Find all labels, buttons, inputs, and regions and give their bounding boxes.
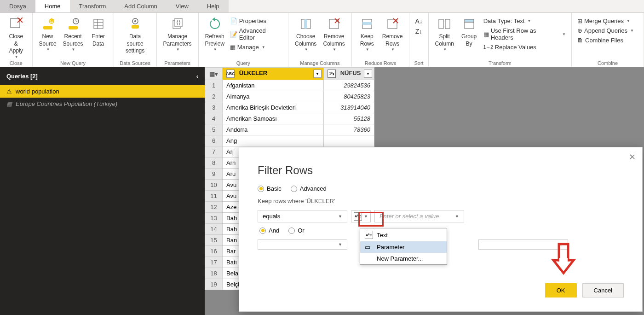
filter-ulkeler-button[interactable]: ▼ xyxy=(313,70,322,78)
recent-sources-icon xyxy=(66,17,80,31)
rownum-cell[interactable]: 6 xyxy=(205,135,223,146)
choose-columns-button[interactable]: Choose Columns▼ xyxy=(292,15,319,65)
combine-files-button[interactable]: 🗎Combine Files xyxy=(575,36,640,45)
column-ulkeler[interactable]: ABC ÜLKELER ▼ xyxy=(223,68,324,80)
new-source-button[interactable]: ✱New Source▼ xyxy=(36,15,59,65)
tab-addcolumn[interactable]: Add Column xyxy=(115,0,167,12)
table-row[interactable]: 6Ang xyxy=(205,135,374,146)
first-row-headers-button[interactable]: ▦Use First Row as Headers▼ xyxy=(482,26,568,42)
refresh-icon xyxy=(207,17,222,31)
cell-population[interactable]: 80425823 xyxy=(324,91,374,102)
advanced-editor-button[interactable]: 📝Advanced Editor xyxy=(228,26,284,42)
properties-button[interactable]: 📄Properties xyxy=(228,17,284,25)
manage-parameters-button[interactable]: ⟨⟩Manage Parameters▼ xyxy=(161,15,195,65)
filter-nufus-button[interactable]: ▼ xyxy=(364,70,372,78)
tab-dosya[interactable]: Dosya xyxy=(0,0,35,12)
split-column-button[interactable]: Split Column▼ xyxy=(432,15,457,65)
cell-population[interactable] xyxy=(324,135,374,146)
and-radio[interactable]: And xyxy=(259,227,279,234)
rownum-cell[interactable]: 12 xyxy=(205,202,223,213)
properties-icon: 📄 xyxy=(230,18,237,24)
tab-home[interactable]: Home xyxy=(35,0,70,12)
tab-help[interactable]: Help xyxy=(198,0,229,12)
dd-newparameter-option[interactable]: New Parameter... xyxy=(360,253,447,264)
rownum-cell[interactable]: 8 xyxy=(205,158,223,169)
table-row[interactable]: 5Andorra78360 xyxy=(205,124,374,135)
svg-rect-10 xyxy=(94,19,103,29)
cell-country[interactable]: Ang xyxy=(223,135,324,146)
cell-population[interactable]: 78360 xyxy=(324,124,374,135)
advanced-editor-icon: 📝 xyxy=(230,31,237,38)
keep-rows-button[interactable]: Keep Rows▼ xyxy=(356,15,379,65)
rownum-cell[interactable]: 1 xyxy=(205,80,223,91)
cell-population[interactable]: 313914040 xyxy=(324,102,374,113)
rownum-cell[interactable]: 7 xyxy=(205,146,223,158)
table-row[interactable]: 1Afganistan29824536 xyxy=(205,80,374,91)
recent-sources-button[interactable]: Recent Sources▼ xyxy=(60,15,86,65)
query-world-population[interactable]: ⚠ world population xyxy=(0,85,205,98)
cell-country[interactable]: Afganistan xyxy=(223,80,324,91)
dd-text-option[interactable]: AᴮCText xyxy=(360,228,447,241)
remove-rows-icon xyxy=(385,17,400,31)
replace-icon: 1→2 xyxy=(483,45,493,50)
cell-country[interactable]: Amerikan Samoası xyxy=(223,113,324,124)
rownum-cell[interactable]: 13 xyxy=(205,213,223,224)
dd-parameter-option[interactable]: ▭Parameter xyxy=(360,241,447,253)
parameter-icon: ▭ xyxy=(365,244,373,251)
merge-queries-button[interactable]: ⊞Merge Queries▼ xyxy=(575,17,640,25)
svg-rect-32 xyxy=(445,19,450,29)
rownum-cell[interactable]: 2 xyxy=(205,91,223,102)
manage-button[interactable]: ▦Manage▼ xyxy=(228,43,284,52)
cell-country[interactable]: Almanya xyxy=(223,91,324,102)
remove-rows-button[interactable]: Remove Rows▼ xyxy=(380,15,406,65)
rownum-cell[interactable]: 5 xyxy=(205,124,223,135)
rownum-cell[interactable]: 9 xyxy=(205,169,223,180)
groupby-button[interactable]: Group By xyxy=(458,15,481,65)
datatype-button[interactable]: Data Type: Text▼ xyxy=(482,17,568,25)
rownum-cell[interactable]: 3 xyxy=(205,102,223,113)
remove-columns-button[interactable]: Remove Columns▼ xyxy=(320,15,347,65)
svg-rect-35 xyxy=(559,244,568,260)
rownum-cell[interactable]: 17 xyxy=(205,257,223,268)
value-combo[interactable]: Enter or select a value▼ xyxy=(374,210,464,222)
collapse-icon[interactable]: ‹ xyxy=(196,73,198,80)
enter-data-button[interactable]: Enter Data xyxy=(87,15,110,65)
data-source-settings-button[interactable]: Data source settings xyxy=(118,15,153,65)
rownum-cell[interactable]: 18 xyxy=(205,268,223,279)
replace-values-button[interactable]: 1→2Replace Values xyxy=(482,43,568,52)
parameters-icon: ⟨⟩ xyxy=(170,17,185,31)
rownum-cell[interactable]: 16 xyxy=(205,246,223,257)
rownum-cell[interactable]: 4 xyxy=(205,113,223,124)
operator2-combo[interactable]: ▼ xyxy=(258,239,347,250)
tab-transform[interactable]: Transform xyxy=(70,0,115,12)
sort-desc-button[interactable]: Z↓ xyxy=(413,27,424,36)
tab-view[interactable]: View xyxy=(167,0,198,12)
query-europe-population[interactable]: ▦ Europe Countries Population (Türkiye) xyxy=(0,98,205,110)
column-nufus[interactable]: 1²₃ NÜFUS ▼ xyxy=(324,68,374,80)
cell-population[interactable]: 55128 xyxy=(324,113,374,124)
table-row[interactable]: 2Almanya80425823 xyxy=(205,91,374,102)
rownum-cell[interactable]: 11 xyxy=(205,191,223,202)
append-queries-button[interactable]: ⊕Append Queries▼ xyxy=(575,26,640,35)
basic-radio[interactable]: Basic xyxy=(258,185,282,192)
close-apply-button[interactable]: Close & Apply ▼ xyxy=(4,15,29,65)
rownum-cell[interactable]: 14 xyxy=(205,224,223,235)
advanced-radio[interactable]: Advanced xyxy=(291,185,327,192)
or-radio[interactable]: Or xyxy=(288,227,304,234)
rownum-cell[interactable]: 10 xyxy=(205,180,223,191)
cancel-button[interactable]: Cancel xyxy=(582,283,624,298)
close-dialog-button[interactable]: ✕ xyxy=(629,152,636,162)
cell-country[interactable]: Amerika Birleşik Devletleri xyxy=(223,102,324,113)
rownum-header[interactable]: ▦▾ xyxy=(205,68,223,80)
refresh-preview-button[interactable]: Refresh Preview▼ xyxy=(202,15,227,65)
ok-button[interactable]: OK xyxy=(545,283,577,298)
rownum-cell[interactable]: 15 xyxy=(205,235,223,246)
cell-country[interactable]: Andorra xyxy=(223,124,324,135)
cell-population[interactable]: 29824536 xyxy=(324,80,374,91)
operator-combo[interactable]: equals▼ xyxy=(258,210,347,222)
table-row[interactable]: 3Amerika Birleşik Devletleri313914040 xyxy=(205,102,374,113)
rownum-cell[interactable]: 19 xyxy=(205,279,223,290)
table-row[interactable]: 4Amerikan Samoası55128 xyxy=(205,113,374,124)
svg-rect-22 xyxy=(304,19,307,29)
sort-asc-button[interactable]: A↓ xyxy=(413,17,424,26)
